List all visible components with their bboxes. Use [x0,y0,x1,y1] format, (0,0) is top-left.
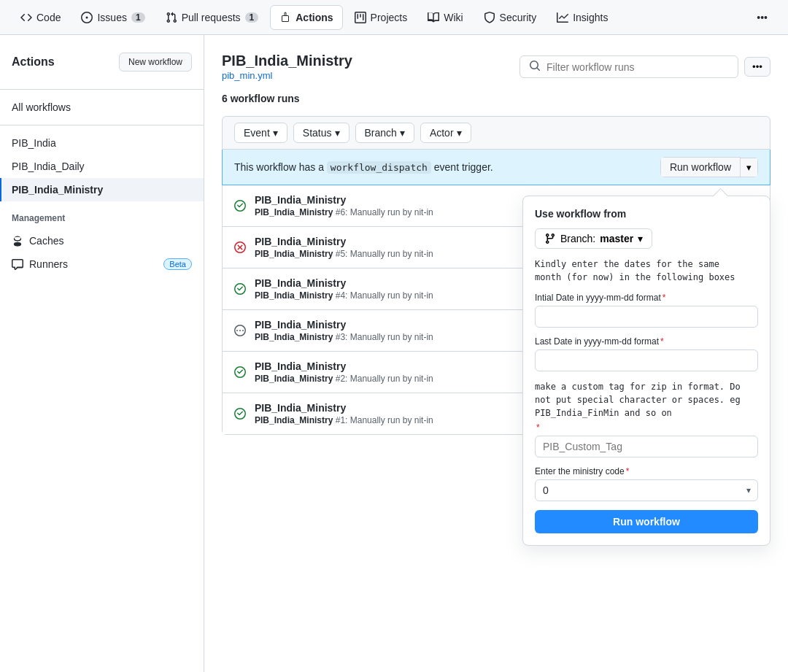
branch-dropdown-icon: ▾ [638,233,643,244]
insights-icon [557,12,568,23]
sidebar-divider [0,89,204,90]
runners-beta-badge: Beta [163,258,192,270]
sidebar-item-pib-india-daily[interactable]: PIB_India_Daily [0,155,204,178]
sidebar-caches-label: Caches [29,235,63,247]
status-success-icon [234,408,246,420]
custom-tag-input[interactable] [535,436,758,457]
run-workflow-popup: Use workflow from Branch: master ▾ Kindl… [522,196,770,546]
custom-tag-required-star: * [535,422,758,433]
ministry-code-required: * [626,466,630,476]
nav-issues[interactable]: Issues 1 [72,6,153,29]
branch-filter[interactable]: Branch ▾ [355,123,414,143]
sidebar-item-all-workflows[interactable]: All workflows [0,96,204,119]
nav-security[interactable]: Security [475,6,546,29]
nav-code[interactable]: Code [12,6,69,29]
app-layout: Actions New workflow All workflows PIB_I… [0,35,788,672]
search-input[interactable] [546,61,729,73]
status-filter[interactable]: Status ▾ [293,123,349,143]
workflow-count: 6 workflow runs [222,93,770,104]
new-workflow-button[interactable]: New workflow [119,53,192,72]
actor-filter-label: Actor [430,127,454,139]
trigger-text-before: This workflow has a [234,161,324,173]
nav-insights-label: Insights [573,12,608,23]
nav-insights[interactable]: Insights [548,6,617,29]
nav-wiki[interactable]: Wiki [419,6,471,29]
status-success-icon [234,200,246,212]
nav-actions[interactable]: Actions [270,5,342,30]
database-icon [12,235,23,247]
sidebar-item-pib-india-ministry[interactable]: PIB_India_Ministry [0,178,204,201]
nav-projects-label: Projects [371,12,408,23]
last-date-label: Last Date in yyyy-mm-dd format* [535,336,758,347]
status-chevron-icon: ▾ [335,127,340,139]
actor-filter[interactable]: Actor ▾ [420,123,471,143]
event-chevron-icon: ▾ [273,127,278,139]
sidebar-header: Actions New workflow [0,47,204,83]
actions-icon [279,12,291,23]
sidebar-item-caches[interactable]: Caches [0,229,204,252]
sidebar-item-pib-india[interactable]: PIB_India [0,131,204,155]
caret-down-icon: ▾ [746,162,752,173]
initial-date-input[interactable] [535,306,758,328]
nav-more[interactable]: ••• [748,6,776,29]
nav-projects[interactable]: Projects [346,6,417,29]
trigger-code: workflow_dispatch [327,161,431,174]
custom-tag-description: make a custom tag for zip in format. Do … [535,380,758,420]
nav-issues-badge: 1 [131,12,145,23]
more-options-button[interactable]: ••• [744,57,770,77]
trigger-text-after: event trigger. [434,161,493,173]
ministry-code-select[interactable]: 0 [535,479,758,501]
runners-icon [12,258,23,270]
search-input-wrap [519,55,738,78]
nav-code-label: Code [36,12,61,23]
trigger-notice: This workflow has a workflow_dispatch ev… [222,150,770,185]
trigger-text: This workflow has a workflow_dispatch ev… [234,161,493,173]
sidebar: Actions New workflow All workflows PIB_I… [0,35,204,672]
initial-date-required: * [663,293,666,303]
sidebar-all-workflows-label: All workflows [12,101,71,113]
pr-icon [166,12,177,23]
nav-security-label: Security [500,12,537,23]
status-failure-icon [234,242,246,253]
main-header: PIB_India_Ministry pib_min.yml ••• [222,53,770,81]
event-filter-label: Event [244,127,270,139]
sidebar-item-runners[interactable]: Runners Beta [0,252,204,276]
sidebar-divider-2 [0,125,204,125]
top-nav: Code Issues 1 Pull requests 1 Actions Pr… [0,0,788,35]
branch-value: master [600,233,633,244]
last-date-required: * [660,336,664,347]
branch-filter-label: Branch [365,127,397,139]
nav-wiki-label: Wiki [444,12,463,23]
run-workflow-caret-button[interactable]: ▾ [741,158,758,177]
status-skipped-icon [234,325,246,336]
last-date-input[interactable] [535,349,758,371]
nav-prs-badge: 1 [245,12,259,23]
status-filter-label: Status [303,127,332,139]
page-title: PIB_India_Ministry [222,53,352,69]
sidebar-management-header: Management [0,201,204,229]
actor-chevron-icon: ▾ [457,127,462,139]
more-icon: ••• [752,61,762,72]
popup-run-workflow-button[interactable]: Run workflow [535,510,758,533]
sidebar-runners-label: Runners [29,258,68,270]
projects-icon [355,12,366,23]
search-icon [529,60,541,74]
search-area: ••• [519,55,770,78]
run-workflow-main-button[interactable]: Run workflow [660,157,741,177]
run-workflow-btn-group: Run workflow ▾ [660,157,758,177]
issues-icon [81,12,93,23]
ministry-code-label: Enter the ministry code* [535,466,758,476]
branch-chevron-icon: ▾ [400,127,405,139]
nav-prs-label: Pull requests [182,12,241,23]
nav-actions-label: Actions [296,12,333,23]
wiki-icon [428,12,439,23]
sidebar-title: Actions [12,55,55,69]
branch-select-button[interactable]: Branch: master ▾ [535,228,652,249]
event-filter[interactable]: Event ▾ [234,123,287,143]
nav-prs[interactable]: Pull requests 1 [157,6,268,29]
branch-label: Branch: [560,233,595,244]
workflow-file-link[interactable]: pib_min.yml [222,70,272,81]
main-content: PIB_India_Ministry pib_min.yml ••• 6 wor… [204,35,788,672]
sidebar-pib-india-daily-label: PIB_India_Daily [12,161,85,172]
security-icon [484,12,495,23]
